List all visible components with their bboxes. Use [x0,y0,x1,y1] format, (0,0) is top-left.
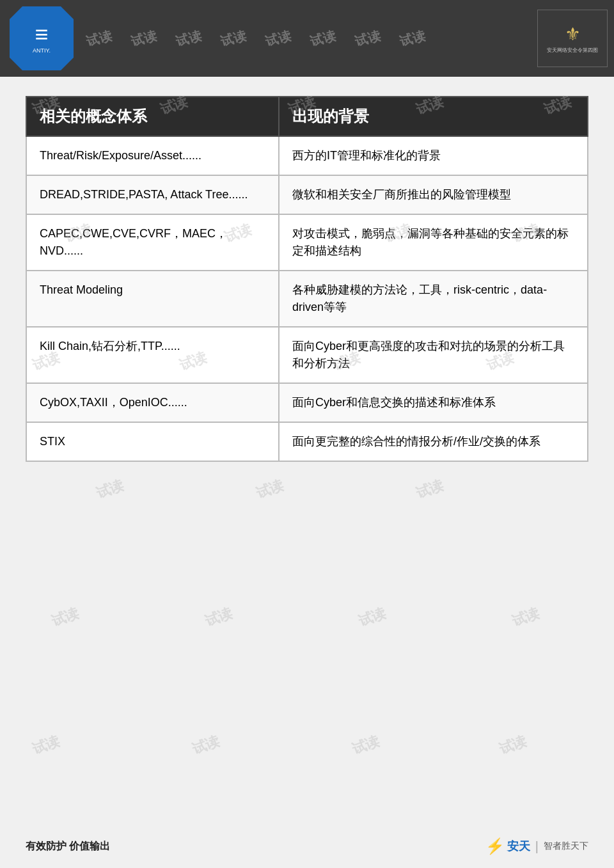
table-cell-col2: 微软和相关安全厂商所推出的风险管理模型 [279,175,588,214]
table-cell-col1: Threat/Risk/Exposure/Asset...... [26,136,279,175]
table-row: CybOX,TAXII，OpenIOC......面向Cyber和信息交换的描述… [26,383,588,422]
footer: 有效防护 价值输出 ⚡ 安天 | 智者胜天下 [0,837,614,855]
info-table: 相关的概念体系 出现的背景 Threat/Risk/Exposure/Asset… [26,96,588,462]
header-wm-6: 试读 [308,27,338,50]
header-wm-8: 试读 [398,27,427,50]
footer-logo-box: ⚡ 安天 [485,837,530,855]
header-wm-3: 试读 [174,27,203,50]
logo-symbol: ≡ [35,23,48,46]
header-wm-5: 试读 [264,27,293,50]
footer-right: ⚡ 安天 | 智者胜天下 [485,837,588,855]
table-cell-col1: CybOX,TAXII，OpenIOC...... [26,383,279,422]
table-row: DREAD,STRIDE,PASTA, Attack Tree......微软和… [26,175,588,214]
table-cell-col2: 面向Cyber和更高强度的攻击和对抗的场景的分析工具和分析方法 [279,327,588,383]
watermark-22: 试读 [189,731,223,759]
right-logo-icon: ⚜ [565,24,581,45]
main-content: 相关的概念体系 出现的背景 Threat/Risk/Exposure/Asset… [0,77,614,500]
watermark-19: 试读 [356,603,389,631]
watermark-20: 试读 [509,603,542,631]
footer-divider: | [535,839,539,854]
right-logo-subtitle: 安天网络安全令第四图 [547,47,598,54]
table-cell-col2: 西方的IT管理和标准化的背景 [279,136,588,175]
header-wm-4: 试读 [219,27,248,50]
table-row: CAPEC,CWE,CVE,CVRF，MAEC，NVD......对攻击模式，脆… [26,214,588,271]
logo: ≡ ANTIY. [10,6,74,70]
header-wm-7: 试读 [353,27,382,50]
table-row: Threat Modeling各种威胁建模的方法论，工具，risk-centri… [26,271,588,327]
watermark-17: 试读 [49,603,82,631]
table-cell-col2: 各种威胁建模的方法论，工具，risk-centric，data-driven等等 [279,271,588,327]
table-cell-col1: STIX [26,422,279,461]
table-row: Threat/Risk/Exposure/Asset......西方的IT管理和… [26,136,588,175]
table-cell-col1: DREAD,STRIDE,PASTA, Attack Tree...... [26,175,279,214]
table-row: Kill Chain,钻石分析,TTP......面向Cyber和更高强度的攻击… [26,327,588,383]
footer-slogan: 智者胜天下 [544,840,588,852]
watermark-24: 试读 [496,731,530,759]
watermark-18: 试读 [202,603,235,631]
header-wm-1: 试读 [84,27,114,50]
table-cell-col2: 对攻击模式，脆弱点，漏洞等各种基础的安全元素的标定和描述结构 [279,214,588,271]
watermark-23: 试读 [349,731,382,759]
table-cell-col1: Kill Chain,钻石分析,TTP...... [26,327,279,383]
table-cell-col1: CAPEC,CWE,CVE,CVRF，MAEC，NVD...... [26,214,279,271]
table-cell-col2: 面向更完整的综合性的情报分析/作业/交换的体系 [279,422,588,461]
footer-brand: 安天 [507,839,530,854]
header-watermarks: 试读 试读 试读 试读 试读 试读 试读 试读 [74,30,537,47]
logo-text: ANTIY. [33,47,51,54]
footer-logo-icon: ⚡ [485,837,505,855]
col1-header: 相关的概念体系 [26,97,279,136]
table-cell-col2: 面向Cyber和信息交换的描述和标准体系 [279,383,588,422]
col2-header: 出现的背景 [279,97,588,136]
header-wm-2: 试读 [129,27,159,50]
header-right-logo: ⚜ 安天网络安全令第四图 [537,10,608,67]
footer-left-text: 有效防护 价值输出 [26,840,110,853]
header: ≡ ANTIY. 试读 试读 试读 试读 试读 试读 试读 试读 ⚜ 安天网络安… [0,0,614,77]
watermark-21: 试读 [29,731,63,759]
table-row: STIX面向更完整的综合性的情报分析/作业/交换的体系 [26,422,588,461]
table-cell-col1: Threat Modeling [26,271,279,327]
